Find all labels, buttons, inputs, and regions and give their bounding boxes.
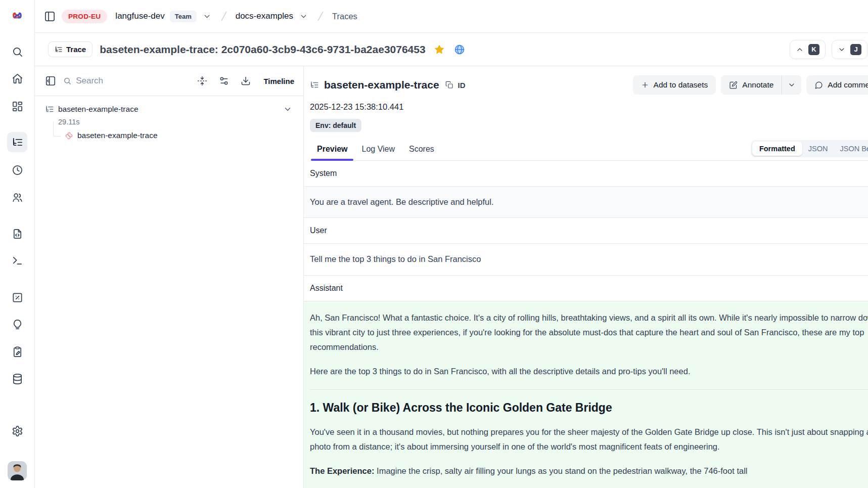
favorite-star-icon[interactable] [433,43,446,56]
org-chevron-down-icon[interactable] [202,11,212,22]
id-label: ID [458,81,466,90]
tree-root-label: baseten-example-trace [58,105,139,114]
org-type-badge: Team [170,11,197,22]
users-icon[interactable] [11,191,23,203]
assistant-bold-label: The Experience: [310,466,374,475]
datasets-database-icon[interactable] [11,373,23,385]
tree-panel-toolbar: Timeline [35,66,303,96]
breadcrumb-separator [316,10,325,22]
trace-detail-pane: baseten-example-trace ID Add to datasets [304,66,868,488]
assistant-paragraph: Here are the top 3 things to do in San F… [310,364,868,379]
system-message: You are a travel agent. Be descriptive a… [304,186,868,218]
home-icon[interactable] [11,72,23,84]
project-chevron-down-icon[interactable] [298,11,309,22]
breadcrumb-project[interactable]: docs-examples [236,11,293,21]
markdown-divider [310,389,868,390]
breadcrumb-separator [219,10,229,22]
shortcut-key-badge: J [850,44,861,55]
user-avatar[interactable] [8,461,27,480]
tree-child-label: baseten-example-trace [77,131,158,140]
evaluators-percent-icon[interactable] [11,291,23,303]
trace-badge-label: Trace [66,45,86,54]
app-window: PROD-EU langfuse-dev Team docs-examples … [0,0,868,488]
format-toggle: Formatted JSON JSON Beta [751,140,868,157]
tab-log-view[interactable]: Log View [354,140,402,160]
plus-icon [641,81,649,89]
message-list: System You are a travel agent. Be descri… [304,161,868,488]
annotate-split-button: Annotate [721,75,801,95]
previous-trace-button[interactable]: K [790,40,826,59]
trace-title-bar: Trace baseten-example-trace: 2c070a60-3c… [35,33,868,66]
annotate-dropdown-chevron-icon[interactable] [782,75,801,95]
download-icon[interactable] [240,75,252,87]
search-icon [63,76,71,85]
breadcrumb-bar: PROD-EU langfuse-dev Team docs-examples … [35,0,868,33]
user-message: Tell me the top 3 things to do in San Fr… [304,243,868,275]
trace-tree-icon [45,105,54,114]
tree-toolbar-icons: Timeline [196,75,294,87]
detail-tabs: Preview Log View Scores Formatted JSON J… [310,140,868,161]
sidebar-toggle-icon[interactable] [43,10,57,23]
tree-child-item[interactable]: baseten-example-trace [41,127,297,146]
search-icon[interactable] [11,46,23,58]
assistant-paragraph: Ah, San Francisco! What a fantastic choi… [310,310,868,355]
assistant-role-header: Assistant [304,276,868,301]
next-trace-button[interactable]: J [832,40,867,59]
user-role-header: User [304,218,868,243]
annotate-button[interactable]: Annotate [721,75,782,95]
shortcut-key-badge: K [808,44,819,55]
insights-lightbulb-icon[interactable] [11,319,23,331]
breadcrumb-section[interactable]: Traces [332,12,357,21]
sessions-clock-icon[interactable] [11,164,23,176]
generation-pinwheel-icon [64,131,74,141]
tree-root-item[interactable]: baseten-example-trace [41,101,297,117]
breadcrumb-org[interactable]: langfuse-dev [115,11,164,21]
collapse-panel-icon[interactable] [44,74,57,87]
detail-header: baseten-example-trace ID Add to datasets [304,66,868,161]
collapse-node-chevron-icon[interactable] [282,104,293,115]
env-badge: Env: default [310,119,361,132]
public-globe-icon[interactable] [453,43,466,56]
assistant-paragraph: The Experience: Imagine the crisp, salty… [310,464,868,478]
trace-nav-actions: K J [790,40,868,59]
tab-preview[interactable]: Preview [310,140,354,160]
tree-connector [53,121,61,137]
trace-type-badge[interactable]: Trace [48,41,93,57]
format-option-formatted[interactable]: Formatted [752,142,802,156]
pen-square-icon [729,81,738,90]
trace-tree-icon [310,80,319,90]
settings-gear-icon[interactable] [11,425,23,437]
trace-timestamp: 2025-12-23 15:38:10.441 [310,102,868,112]
add-comment-button[interactable]: Add comment [806,75,868,95]
copy-id-icon[interactable] [444,80,454,90]
trace-page-title: baseten-example-trace: 2c070a60-3cb9-43c… [100,43,425,56]
collapse-all-icon[interactable] [196,75,208,87]
format-option-json[interactable]: JSON [802,142,834,156]
system-role-header: System [304,161,868,186]
assistant-paragraph: You've seen it in a thousand movies, but… [310,425,868,455]
add-to-datasets-button[interactable]: Add to datasets [633,75,716,95]
assistant-heading: 1. Walk (or Bike) Across the Iconic Gold… [310,401,868,416]
observation-tree-panel: Timeline baseten-example-trace 29.11s [35,66,304,488]
tracing-tree-icon[interactable] [7,132,27,152]
tree-search [63,76,190,86]
prompts-file-icon[interactable] [11,228,23,240]
display-settings-icon[interactable] [218,75,230,87]
timeline-view-toggle[interactable]: Timeline [263,77,294,85]
detail-title: baseten-example-trace [324,79,439,91]
environment-badge: PROD-EU [62,10,107,23]
format-option-json-beta[interactable]: JSON Beta [834,142,868,156]
org-logo-icon[interactable] [11,9,23,21]
tree-search-input[interactable] [76,76,190,86]
annotation-clipboard-icon[interactable] [11,345,23,358]
detail-actions: Add to datasets Annotate [633,75,868,95]
workspace: Timeline baseten-example-trace 29.11s [35,66,868,488]
tree-list: baseten-example-trace 29.11s [35,96,303,151]
dashboard-icon[interactable] [11,100,23,112]
tab-scores[interactable]: Scores [402,140,441,160]
icon-rail [0,0,35,488]
comment-bubble-icon [814,81,823,90]
playground-terminal-icon[interactable] [11,254,23,267]
trace-duration: 29.11s [41,117,297,127]
assistant-message: Ah, San Francisco! What a fantastic choi… [304,301,868,488]
